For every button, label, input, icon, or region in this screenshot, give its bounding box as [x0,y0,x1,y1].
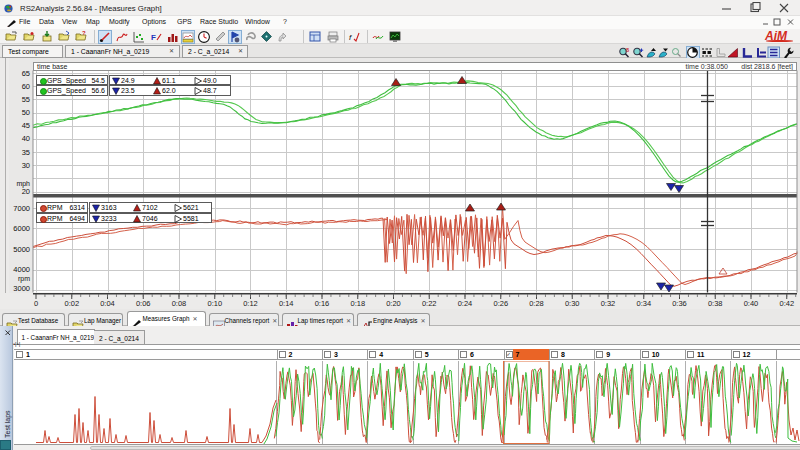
svg-text:0:30: 0:30 [565,299,580,308]
svg-text:0:20: 0:20 [386,299,401,308]
svg-text:0: 0 [34,299,38,308]
svg-text:0:18: 0:18 [350,299,365,308]
svg-text:0:26: 0:26 [493,299,508,308]
svg-text:0:06: 0:06 [136,299,151,308]
svg-text:0:14: 0:14 [279,299,294,308]
svg-text:0:04: 0:04 [100,299,115,308]
svg-text:0:02: 0:02 [64,299,79,308]
svg-text:0:28: 0:28 [529,299,544,308]
svg-text:0:38: 0:38 [708,299,723,308]
svg-text:0:40: 0:40 [744,299,759,308]
svg-text:0:24: 0:24 [458,299,473,308]
svg-text:0:16: 0:16 [315,299,330,308]
svg-text:0:22: 0:22 [422,299,437,308]
svg-text:0:12: 0:12 [243,299,258,308]
svg-text:0:36: 0:36 [672,299,687,308]
svg-text:0:42: 0:42 [779,299,794,308]
svg-text:0:32: 0:32 [601,299,616,308]
svg-text:0:08: 0:08 [172,299,187,308]
svg-text:0:34: 0:34 [636,299,651,308]
svg-text:0:10: 0:10 [207,299,222,308]
